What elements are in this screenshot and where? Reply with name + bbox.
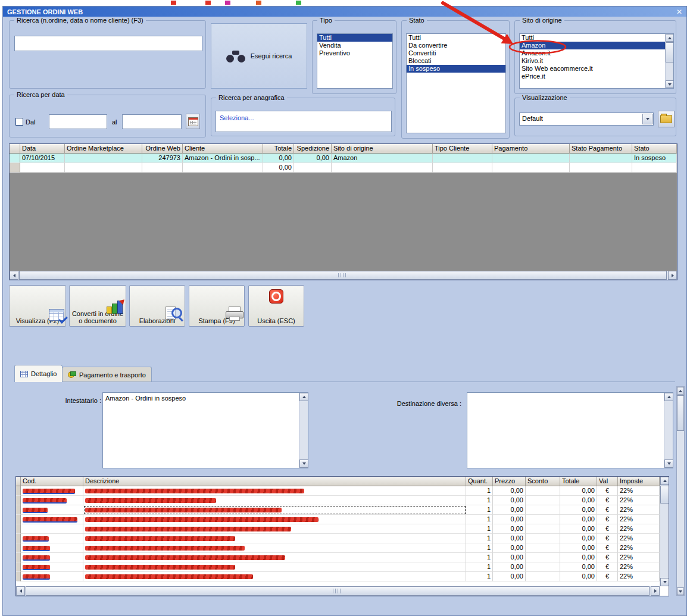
- row-selector[interactable]: [16, 543, 21, 553]
- orders-row-1[interactable]: 07/10/2015247973Amazon - Ordini in sosp.…: [10, 154, 677, 163]
- row-selector[interactable]: [16, 486, 21, 496]
- orders-col-sito-di-origine[interactable]: Sito di origine: [332, 144, 433, 154]
- date-from-input[interactable]: [49, 114, 107, 129]
- items-col-sconto[interactable]: Sconto: [526, 477, 560, 486]
- chevron-down-icon[interactable]: [642, 114, 652, 124]
- option-amazon-it[interactable]: Amazon.it: [520, 49, 665, 57]
- option-da-convertire[interactable]: Da convertire: [407, 42, 505, 49]
- orders-col-totale[interactable]: Totale: [263, 144, 294, 154]
- items-col-prezzo[interactable]: Prezzo: [493, 477, 526, 486]
- row-selector[interactable]: [16, 515, 21, 524]
- destinazione-scrollbar[interactable]: [664, 393, 673, 468]
- option-kirivo-it[interactable]: Kirivo.it: [520, 57, 665, 65]
- option-bloccati[interactable]: Bloccati: [407, 57, 505, 65]
- scroll-up-icon[interactable]: [660, 477, 669, 485]
- items-col-imposte[interactable]: Imposte: [618, 477, 660, 486]
- option-convertiti[interactable]: Convertiti: [407, 49, 505, 57]
- scroll-down-icon[interactable]: [660, 578, 669, 586]
- items-row-10[interactable]: 10,000,00€22%: [16, 572, 669, 581]
- panel-vscrollbar[interactable]: [676, 386, 685, 596]
- row-selector[interactable]: [16, 496, 21, 505]
- scroll-down-icon[interactable]: [299, 459, 308, 468]
- option-preventivo[interactable]: Preventivo: [317, 49, 392, 57]
- open-view-button[interactable]: [658, 111, 675, 127]
- scroll-left-icon[interactable]: [10, 271, 18, 280]
- row-selector[interactable]: [16, 572, 21, 581]
- close-icon[interactable]: ✕: [676, 8, 682, 16]
- scroll-up-icon[interactable]: [299, 393, 308, 401]
- sito-list-scrollbar[interactable]: [665, 34, 673, 88]
- stampa-button[interactable]: Stampa (F9): [189, 285, 245, 327]
- option-vendita[interactable]: Vendita: [317, 42, 392, 49]
- tab-pagamento-trasporto[interactable]: Pagamento e trasporto: [62, 367, 152, 382]
- scroll-down-icon[interactable]: [677, 587, 684, 595]
- items-col-cod-[interactable]: Cod.: [21, 477, 83, 486]
- option-tutti[interactable]: Tutti: [407, 34, 505, 42]
- orders-hscrollbar[interactable]: [10, 271, 677, 280]
- scroll-up-icon[interactable]: [664, 393, 673, 401]
- orders-col-ordine-web[interactable]: Ordine Web: [142, 144, 183, 154]
- orders-col-stato[interactable]: Stato: [632, 144, 677, 154]
- tipo-list[interactable]: TuttiVenditaPreventivo: [317, 33, 393, 89]
- items-row-4[interactable]: 10,000,00€22%: [16, 515, 669, 524]
- orders-col-stato-pagamento[interactable]: Stato Pagamento: [570, 144, 632, 154]
- scroll-right-icon[interactable]: [651, 586, 660, 596]
- search-input[interactable]: [14, 36, 202, 51]
- scroll-down-icon[interactable]: [664, 459, 673, 468]
- orders-col-pagamento[interactable]: Pagamento: [492, 144, 570, 154]
- scroll-down-icon[interactable]: [666, 80, 674, 88]
- row-selector[interactable]: [10, 154, 20, 163]
- items-row-1[interactable]: 10,000,00€22%: [16, 486, 669, 496]
- date-to-input[interactable]: [122, 114, 182, 129]
- scroll-right-icon[interactable]: [668, 271, 677, 280]
- destinazione-textarea[interactable]: [467, 392, 673, 468]
- row-selector[interactable]: [16, 534, 21, 543]
- intestatario-textarea[interactable]: Amazon - Ordini in sospeso: [102, 392, 308, 468]
- seleziona-link[interactable]: Seleziona...: [220, 114, 254, 121]
- items-row-2[interactable]: 10,000,00€22%: [16, 496, 669, 505]
- orders-col-tipo-cliente[interactable]: Tipo Cliente: [433, 144, 492, 154]
- items-hscrollbar[interactable]: [16, 586, 660, 596]
- row-selector[interactable]: [16, 524, 21, 534]
- stato-list[interactable]: TuttiDa convertireConvertitiBloccatiIn s…: [406, 33, 506, 133]
- visualizzazione-select[interactable]: Default: [519, 112, 654, 126]
- converti-button[interactable]: Converti in ordine o documento: [69, 285, 126, 327]
- intestatario-scrollbar[interactable]: [299, 393, 308, 468]
- orders-row-2[interactable]: 0,00: [10, 163, 677, 173]
- scroll-up-icon[interactable]: [677, 387, 684, 395]
- items-vscrollbar[interactable]: [660, 477, 669, 586]
- scroll-up-icon[interactable]: [666, 34, 674, 42]
- orders-col-cliente[interactable]: Cliente: [183, 144, 263, 154]
- calendar-button[interactable]: [186, 114, 200, 129]
- orders-col-data[interactable]: Data: [20, 144, 65, 154]
- dal-checkbox[interactable]: [15, 118, 23, 126]
- items-row-6[interactable]: 10,000,00€22%: [16, 534, 669, 543]
- sito-list[interactable]: TuttiAmazonAmazon.itKirivo.itSito Web ea…: [519, 33, 674, 89]
- visualizza-button[interactable]: Visualizza (F2): [9, 285, 66, 327]
- items-row-8[interactable]: 10,000,00€22%: [16, 553, 669, 562]
- row-selector[interactable]: [16, 553, 21, 562]
- option-tutti[interactable]: Tutti: [520, 34, 665, 42]
- orders-col-spedizione[interactable]: Spedizione: [294, 144, 332, 154]
- row-selector[interactable]: [16, 505, 21, 515]
- items-col-val[interactable]: Val: [597, 477, 618, 486]
- tab-dettaglio[interactable]: Dettaglio: [14, 365, 63, 382]
- option-eprice-it[interactable]: ePrice.it: [520, 73, 665, 80]
- items-col-descrizione[interactable]: Descrizione: [83, 477, 466, 486]
- items-row-9[interactable]: 10,000,00€22%: [16, 562, 669, 572]
- items-row-5[interactable]: 10,000,00€22%: [16, 524, 669, 534]
- orders-col-ordine-marketplace[interactable]: Ordine Marketplace: [65, 144, 142, 154]
- row-selector[interactable]: [16, 562, 21, 572]
- scroll-left-icon[interactable]: [16, 586, 25, 596]
- row-selector[interactable]: [10, 163, 20, 173]
- elaborazioni-button[interactable]: Elaborazioni: [129, 285, 185, 327]
- option-sito-web-eacommerce-it[interactable]: Sito Web eacommerce.it: [520, 65, 665, 73]
- items-col-totale[interactable]: Totale: [560, 477, 597, 486]
- option-tutti[interactable]: Tutti: [317, 34, 392, 42]
- option-in-sospeso[interactable]: In sospeso: [407, 65, 505, 73]
- option-amazon[interactable]: Amazon: [520, 42, 665, 49]
- items-row-3[interactable]: 10,000,00€22%: [16, 505, 669, 515]
- execute-search-button[interactable]: Esegui ricerca: [211, 23, 307, 89]
- items-col-quant-[interactable]: Quant.: [466, 477, 493, 486]
- uscita-button[interactable]: Uscita (ESC): [248, 285, 304, 327]
